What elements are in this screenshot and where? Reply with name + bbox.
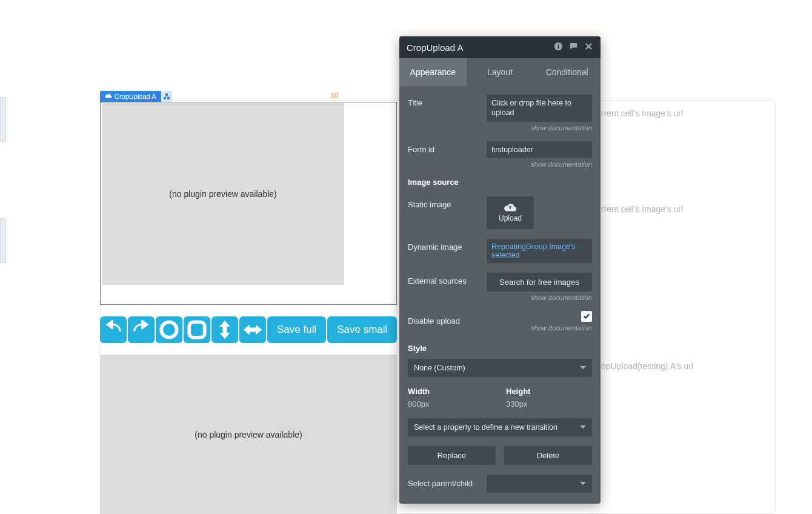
select-parent-dropdown[interactable]: [487, 475, 592, 493]
disable-upload-checkbox[interactable]: [581, 311, 592, 322]
title-label: Title: [408, 95, 481, 107]
comment-icon[interactable]: [569, 42, 578, 53]
square-crop-button[interactable]: [184, 316, 210, 343]
svg-line-4: [167, 96, 168, 97]
element-related-chip[interactable]: [161, 91, 172, 102]
left-edge-stub: [0, 218, 6, 263]
select-parent-label: Select parent/child: [408, 479, 481, 488]
tab-conditional[interactable]: Conditional: [533, 58, 601, 86]
svg-rect-0: [165, 93, 168, 96]
disable-upload-label: Disable upload: [408, 316, 481, 325]
svg-point-11: [558, 44, 559, 45]
row-disable-upload: Disable upload show documentation: [408, 311, 592, 332]
search-free-images-button[interactable]: Search for free images: [487, 273, 592, 292]
svg-line-3: [165, 96, 167, 97]
tab-appearance-label: Appearance: [410, 67, 456, 77]
cell-url-label: opUpload(testing) A's url: [601, 361, 693, 371]
transition-dropdown[interactable]: Select a property to define a new transi…: [408, 418, 592, 436]
element-selection-tag[interactable]: CropUpload A: [100, 91, 172, 102]
tab-layout[interactable]: Layout: [467, 58, 534, 86]
svg-rect-6: [189, 322, 205, 338]
title-input[interactable]: Click or drop file here to upload: [487, 95, 592, 122]
chevron-down-icon: [580, 426, 586, 429]
element-name-chip[interactable]: CropUpload A: [100, 91, 161, 102]
svg-rect-2: [167, 97, 170, 99]
svg-point-5: [161, 322, 177, 338]
external-sources-label: External sources: [408, 273, 481, 285]
cell-url-label: rrent cell's Image's url: [601, 204, 683, 214]
width-label: Width: [408, 387, 494, 396]
panel-title: CropUpload A: [407, 42, 554, 53]
no-preview-label: (no plugin preview available): [169, 189, 276, 199]
panel-tabs: Appearance Layout Conditional: [399, 58, 601, 86]
form-id-input[interactable]: firstuploader: [487, 141, 592, 158]
dynamic-image-label: Dynamic image: [408, 239, 481, 252]
transition-placeholder: Select a property to define a new transi…: [414, 423, 580, 432]
info-icon[interactable]: [554, 42, 563, 53]
width-value: 800px: [408, 399, 494, 409]
row-form-id: Form id firstuploader show documentation: [408, 141, 592, 168]
row-title: Title Click or drop file here to upload …: [408, 95, 592, 132]
dynamic-image-expression[interactable]: RepeatingGroup Image's selected: [487, 239, 592, 263]
row-external-sources: External sources Search for free images …: [408, 273, 592, 301]
doc-link[interactable]: show documentation: [487, 161, 592, 168]
save-small-label: Save small: [337, 324, 387, 336]
height-label: Height: [506, 387, 592, 396]
save-small-button[interactable]: Save small: [327, 316, 397, 343]
form-id-label: Form id: [408, 141, 481, 154]
tab-layout-label: Layout: [487, 67, 513, 77]
doc-link[interactable]: show documentation: [487, 294, 592, 301]
plugin-preview-placeholder: (no plugin preview available): [102, 103, 344, 285]
element-name-label: CropUpload A: [115, 93, 156, 100]
height-value: 330px: [506, 399, 592, 409]
horizontal-resize-button[interactable]: [239, 316, 266, 343]
upload-button-label: Upload: [499, 214, 522, 222]
panel-header[interactable]: CropUpload A: [399, 36, 601, 58]
image-source-heading: Image source: [408, 178, 592, 187]
static-image-label: Static image: [408, 196, 481, 209]
close-icon[interactable]: [584, 42, 593, 53]
replace-delete-row: Replace Delete: [408, 446, 592, 465]
plugin-cloud-icon: [105, 93, 112, 100]
cell-url-label: rrent cell's Image's url: [601, 108, 683, 118]
vertical-resize-button[interactable]: [211, 316, 238, 343]
tab-appearance[interactable]: Appearance: [399, 58, 467, 86]
panel-body: Title Click or drop file here to upload …: [399, 86, 601, 504]
svg-rect-10: [558, 45, 559, 49]
circle-crop-button[interactable]: [156, 316, 182, 343]
tab-conditional-label: Conditional: [546, 67, 588, 77]
style-value: None (Custom): [414, 364, 580, 372]
replace-button[interactable]: Replace: [408, 446, 496, 465]
crop-toolbar: Save full Save small: [100, 316, 397, 343]
dimensions-row: Width 800px Height 330px: [408, 387, 592, 409]
row-dynamic-image: Dynamic image RepeatingGroup Image's sel…: [408, 239, 592, 263]
ruler-mark: 10: [331, 92, 338, 99]
delete-button[interactable]: Delete: [504, 446, 592, 465]
chevron-down-icon: [580, 366, 586, 369]
left-edge-stub: [0, 97, 6, 142]
no-preview-label: (no plugin preview available): [195, 430, 302, 439]
redo-button[interactable]: [128, 316, 155, 343]
doc-link[interactable]: show documentation: [487, 124, 592, 132]
style-heading: Style: [408, 344, 592, 353]
save-full-label: Save full: [277, 324, 316, 336]
svg-rect-8: [248, 328, 257, 332]
property-panel: CropUpload A Appearance Layout Condition…: [399, 36, 601, 504]
plugin-preview-second[interactable]: (no plugin preview available): [100, 355, 397, 514]
svg-rect-1: [164, 97, 166, 99]
svg-rect-7: [223, 325, 227, 334]
row-static-image: Static image Upload: [408, 196, 592, 229]
undo-button[interactable]: [100, 316, 127, 343]
style-dropdown[interactable]: None (Custom): [408, 359, 592, 377]
doc-link[interactable]: show documentation: [531, 324, 592, 332]
upload-image-button[interactable]: Upload: [487, 196, 534, 229]
chevron-down-icon: [580, 482, 586, 485]
row-select-parent-child: Select parent/child: [408, 475, 592, 493]
save-full-button[interactable]: Save full: [267, 316, 326, 343]
